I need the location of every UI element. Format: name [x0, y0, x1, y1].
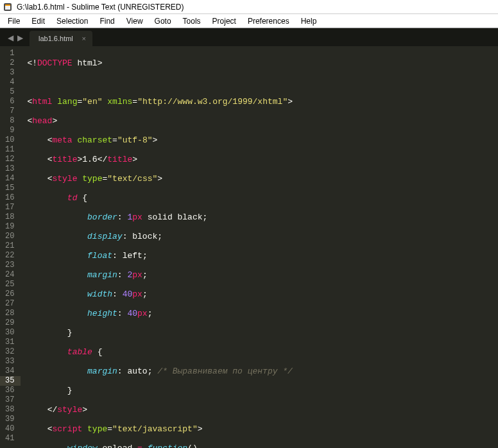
menubar: File Edit Selection Find View Goto Tools…: [0, 14, 498, 28]
line-number: 24: [5, 270, 14, 280]
line-number: 5: [5, 87, 14, 97]
tabstrip: ◀ ▶ lab1.6.html ×: [0, 28, 498, 46]
menu-file[interactable]: File: [3, 15, 25, 27]
line-number: 27: [5, 299, 14, 309]
line-number: 15: [5, 184, 14, 193]
line-number: 37: [5, 395, 14, 405]
line-number: 4: [5, 78, 14, 87]
line-number: 19: [5, 222, 14, 232]
line-number: 25: [5, 280, 14, 289]
svg-rect-2: [5, 4, 10, 6]
line-number: 1: [5, 49, 14, 58]
menu-help[interactable]: Help: [296, 15, 322, 27]
line-number: 38: [5, 405, 14, 415]
tab-nav-arrows: ◀ ▶: [5, 33, 30, 46]
line-number: 22: [5, 251, 14, 261]
line-number: 6: [5, 97, 14, 107]
line-number: 8: [5, 116, 14, 126]
line-number: 26: [5, 289, 14, 299]
window-title: G:\lab1.6.html - Sublime Text (UNREGISTE…: [17, 3, 184, 12]
menu-goto[interactable]: Goto: [150, 15, 176, 27]
line-number: 14: [5, 174, 14, 184]
editor[interactable]: 1234567891011121314151617181920212223242…: [0, 46, 498, 448]
line-number: 16: [5, 193, 14, 203]
nav-back-icon[interactable]: ◀: [8, 33, 13, 42]
line-number: 10: [5, 135, 14, 145]
tab-active[interactable]: lab1.6.html ×: [30, 31, 92, 46]
line-number: 41: [5, 434, 14, 444]
line-number: 11: [5, 145, 14, 155]
line-number: 12: [5, 155, 14, 164]
menu-preferences[interactable]: Preferences: [243, 15, 295, 27]
line-number: 17: [5, 203, 14, 212]
line-number: 29: [5, 318, 14, 328]
line-number: 2: [5, 58, 14, 68]
line-number: 9: [5, 126, 14, 135]
nav-forward-icon[interactable]: ▶: [17, 33, 23, 42]
line-number: 13: [5, 164, 14, 174]
line-number: 32: [5, 347, 14, 357]
line-number: 21: [5, 241, 14, 251]
line-number: 35: [0, 376, 21, 386]
vertical-scrollbar[interactable]: [489, 46, 498, 448]
line-number: 7: [5, 107, 14, 116]
code-area[interactable]: <!DOCTYPE html> <html lang="en" xmlns="h…: [21, 46, 489, 448]
line-number: 30: [5, 328, 14, 338]
tab-label: lab1.6.html: [39, 35, 73, 42]
app-icon: [3, 2, 13, 12]
line-number: 40: [5, 424, 14, 434]
gutter: 1234567891011121314151617181920212223242…: [0, 46, 21, 448]
line-number: 20: [5, 232, 14, 241]
line-number: 3: [5, 68, 14, 78]
line-number: 18: [5, 212, 14, 222]
menu-find[interactable]: Find: [94, 15, 119, 27]
line-number: 33: [5, 357, 14, 366]
line-number: 36: [5, 386, 14, 395]
menu-view[interactable]: View: [121, 15, 148, 27]
line-number: 34: [5, 366, 14, 376]
window-titlebar: G:\lab1.6.html - Sublime Text (UNREGISTE…: [0, 0, 498, 14]
line-number: 23: [5, 261, 14, 270]
tab-close-icon[interactable]: ×: [82, 35, 85, 42]
line-number: 39: [5, 415, 14, 424]
menu-selection[interactable]: Selection: [51, 15, 93, 27]
line-number: 31: [5, 338, 14, 347]
menu-edit[interactable]: Edit: [26, 15, 50, 27]
menu-project[interactable]: Project: [207, 15, 241, 27]
line-number: 28: [5, 309, 14, 318]
menu-tools[interactable]: Tools: [178, 15, 206, 27]
